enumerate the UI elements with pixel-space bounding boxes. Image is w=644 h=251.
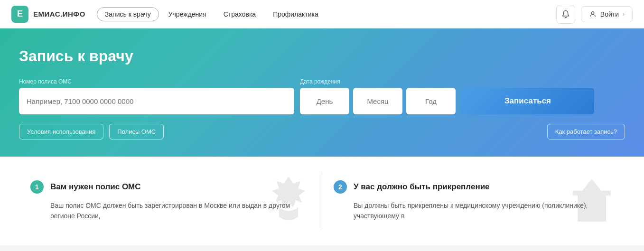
header-right: Войти › [556,5,633,24]
emblem-icon-2 [568,174,616,226]
logo-text: ЕМИАС.ИНФО [33,10,85,18]
svg-rect-5 [593,200,599,206]
svg-rect-8 [589,216,595,222]
step-badge-1: 1 [30,180,44,194]
hero-section: Запись к врачу Номер полиса ОМС Дата рож… [0,28,644,157]
terms-button[interactable]: Условия использования [19,124,103,139]
policy-label: Номер полиса ОМС [19,78,294,85]
svg-point-0 [591,11,594,14]
svg-rect-3 [573,191,611,195]
how-label: Как работает запись? [555,128,617,135]
svg-rect-4 [585,200,590,206]
info-card-2: 2 У вас должно быть прикрепление Вы долж… [322,171,625,231]
notification-button[interactable] [556,5,575,24]
step-number-1: 1 [35,183,39,191]
bottom-left-buttons: Условия использования Полисы ОМС [19,124,164,139]
policy-oms-button[interactable]: Полисы ОМС [109,124,164,139]
login-label: Войти [600,10,619,18]
how-it-works-button[interactable]: Как работает запись? [547,124,625,139]
logo-icon: Е [11,6,28,23]
logo-letter: Е [17,9,23,19]
nav-item-1[interactable]: Учреждения [161,8,214,21]
info-card-1: 1 Вам нужен полис ОМС Ваш полис ОМС долж… [19,171,322,231]
policy-field-group: Номер полиса ОМС [19,78,294,114]
nav-item-0[interactable]: Запись к врачу [97,7,159,21]
dob-label: Дата рождения [300,78,456,85]
policy-input[interactable] [19,88,294,114]
hero-bottom-links: Условия использования Полисы ОМС Как раб… [19,124,625,139]
day-input[interactable] [300,88,349,114]
hero-title: Запись к врачу [19,47,625,65]
step-badge-2: 2 [334,180,347,194]
terms-label: Условия использования [27,128,95,135]
svg-rect-6 [585,210,590,215]
dob-field-group: Дата рождения [300,78,456,114]
year-input[interactable] [406,88,456,114]
svg-rect-7 [593,210,599,215]
step-number-2: 2 [338,183,342,191]
nav-item-2[interactable]: Страховка [216,8,263,21]
emblem-icon-1 [265,174,312,226]
info-section: 1 Вам нужен полис ОМС Ваш полис ОМС долж… [0,157,644,245]
card-1-title: Вам нужен полис ОМС [50,182,141,192]
bell-icon [561,10,570,19]
user-icon [589,10,597,18]
policy-oms-label: Полисы ОМС [117,128,156,135]
submit-button[interactable]: Записаться [461,88,594,114]
month-input[interactable] [353,88,402,114]
logo-container[interactable]: Е ЕМИАС.ИНФО [11,6,85,23]
nav-menu: Запись к врачу Учреждения Страховка Проф… [97,7,556,21]
booking-form: Номер полиса ОМС Дата рождения Записатьс… [19,78,625,114]
login-button[interactable]: Войти › [581,6,633,22]
card-2-title: У вас должно быть прикрепление [354,182,490,192]
chevron-icon: › [623,11,625,18]
nav-item-3[interactable]: Профилактика [265,8,326,21]
submit-label: Записаться [504,96,551,105]
date-inputs-row [300,88,456,114]
header: Е ЕМИАС.ИНФО Запись к врачу Учреждения С… [0,0,644,28]
